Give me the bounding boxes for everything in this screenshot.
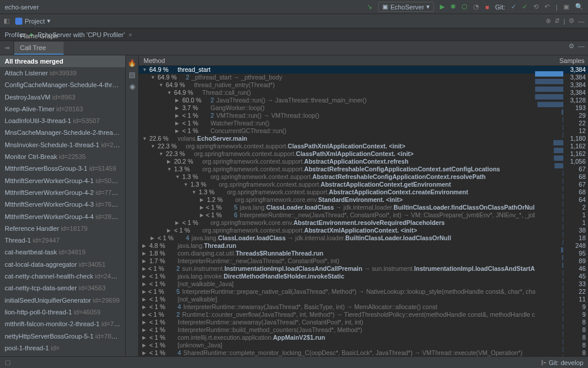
thread-row[interactable]: cat-netty-channel-health-check id=24839: [0, 270, 125, 282]
expand-icon[interactable]: ⇵: [554, 17, 560, 25]
git-commit-icon[interactable]: ✓: [522, 3, 527, 11]
call-tree-row[interactable]: 1.8 %com.dianping.cat.util.Threads$Runna…: [139, 250, 588, 257]
call-tree-row[interactable]: < 1 %InterpreterRuntime::build_method_co…: [139, 326, 588, 334]
git-revert-icon[interactable]: ↶: [544, 3, 550, 11]
call-tree-row[interactable]: 20.2 %org.springframework.context.suppor…: [139, 158, 588, 165]
call-tree-row[interactable]: < 1 %[not_walkable_Java]33: [139, 280, 588, 288]
thread-row[interactable]: MnsInvoker-Schedule-1-thread-1 id=27651: [0, 139, 125, 151]
call-tree-row[interactable]: < 1 %2Runtime1::counter_overflow(JavaThr…: [139, 311, 588, 319]
call-tree-row[interactable]: < 1 %6InterpreterRuntime::_new(JavaThrea…: [139, 211, 588, 219]
thread-row[interactable]: pool-1-thread-1 id=: [0, 342, 125, 354]
call-tree-row[interactable]: 60.0 %2JavaThread::run() → JavaThread::t…: [139, 97, 588, 104]
target-icon[interactable]: ⊕: [546, 17, 551, 25]
git-history-icon[interactable]: ⟲: [533, 3, 539, 11]
run-anything-icon[interactable]: ▣: [563, 3, 569, 11]
thread-row[interactable]: MtthriftServerWorkerGroup-4-1 id=50891: [0, 175, 125, 187]
call-tree-row[interactable]: < 1 %2sun.instrument.InstrumentationImpl…: [139, 265, 588, 273]
call-tree-row[interactable]: 22.6 %volans.EchoServer.main1,180: [139, 135, 588, 142]
thread-row[interactable]: lion-http-poll-0-thread-1 id=46059: [0, 306, 125, 318]
show-hide-icon[interactable]: ◧: [4, 17, 9, 25]
call-tree-row[interactable]: < 1 %5InterpreterRuntime::prepare_native…: [139, 288, 588, 296]
call-tree-row[interactable]: < 1 %5java.lang.ClassLoader.loadClass → …: [139, 204, 588, 211]
thread-row[interactable]: cat-local-data-aggregator id=34051: [0, 258, 125, 270]
debug-icon[interactable]: ✱: [450, 3, 456, 11]
git-update-icon[interactable]: ✓: [511, 3, 516, 11]
thread-row[interactable]: cat-heartbeat-task id=34819: [0, 246, 125, 258]
threads-header[interactable]: All threads merged: [0, 55, 125, 67]
call-tree-row[interactable]: 1.2 %org.springframework.core.env.Standa…: [139, 196, 588, 204]
stop-icon[interactable]: ■: [485, 4, 489, 11]
toggle-panel-icon[interactable]: ⇥: [0, 41, 14, 55]
coverage-icon[interactable]: ⬡: [462, 3, 467, 11]
flame-icon[interactable]: 🔥: [128, 59, 136, 67]
call-tree-row[interactable]: 64.9 %Thread::call_run()3,384: [139, 89, 588, 97]
call-tree-row[interactable]: < 1 %org.springframework.core.env.Abstra…: [139, 219, 588, 227]
thread-row[interactable]: MtthriftServerWorkerGroup-4-3 id=76803: [0, 198, 125, 210]
thread-row[interactable]: MnsCacheManager-Schedule-2-thread-1 id=: [0, 127, 125, 138]
call-tree-row[interactable]: 3.7 %GangWorker::loop()193: [139, 104, 588, 112]
call-tree-row[interactable]: 64.9 %thread_native_entry(Thread*)3,384: [139, 81, 588, 89]
call-tree-row[interactable]: < 1 %2VMThread::run() → VMThread::loop()…: [139, 112, 588, 120]
vertical-toolbar: 🔥 ▤ ◉: [126, 55, 139, 356]
call-tree-row[interactable]: 1.3 %org.springframework.context.support…: [139, 181, 588, 188]
call-tree-row[interactable]: 64.9 %2_pthread_start → _pthread_body3,3…: [139, 74, 588, 81]
thread-row[interactable]: DestroyJavaVM id=8963: [0, 91, 125, 103]
thread-row[interactable]: mtthrift-falcon-monitor-2-thread-1 id=78…: [0, 318, 125, 330]
thread-row[interactable]: LoadInfoUtil-3-thread-1 id=53507: [0, 115, 125, 127]
git-branch[interactable]: Git: develop: [540, 359, 583, 366]
call-tree-row[interactable]: < 1 %4java.lang.ClassLoader.loadClass → …: [139, 234, 588, 242]
call-tree-row[interactable]: < 1 %4SharedRuntime::complete_monitor_lo…: [139, 349, 588, 356]
build-icon[interactable]: ↘: [367, 3, 372, 11]
header-method[interactable]: Method: [139, 57, 548, 64]
thread-row[interactable]: Attach Listener id=39939: [0, 67, 125, 79]
thread-row[interactable]: MtthriftServerWorkerGroup-4-4 id=28427: [0, 211, 125, 223]
call-tree-row[interactable]: < 1 %org.springframework.context.support…: [139, 227, 588, 234]
call-tree-row[interactable]: 1.3 %org.springframework.context.support…: [139, 188, 588, 196]
call-tree-row[interactable]: < 1 %[unknown_Java]8: [139, 342, 588, 349]
run-icon[interactable]: ▶: [440, 3, 445, 11]
gear-icon[interactable]: ⚙: [569, 42, 574, 50]
gear-icon[interactable]: ⚙: [569, 17, 574, 25]
thread-row[interactable]: Keep-Alive-Timer id=28163: [0, 103, 125, 115]
eye-icon[interactable]: ◉: [129, 82, 135, 91]
thread-row[interactable]: Thread-1 id=29447: [0, 234, 125, 246]
call-tree-row[interactable]: 1.3 %org.springframework.context.support…: [139, 173, 588, 181]
thread-row[interactable]: Reference Handler id=18179: [0, 223, 125, 234]
thread-row[interactable]: nettyHttpServerBossGroup-5-1 id=78083: [0, 330, 125, 342]
tab-flame-graph[interactable]: Flame Graph: [14, 30, 64, 42]
header-samples[interactable]: Samples: [548, 57, 588, 64]
tab-call-tree[interactable]: Call Tree: [14, 42, 64, 55]
call-tree-row[interactable]: 22.3 %org.springframework.context.suppor…: [139, 150, 588, 158]
thread-row[interactable]: ConfigCacheManager-Schedule-4-thread-1 i: [0, 79, 125, 91]
call-tree-row[interactable]: 4.8 %java.lang.Thread.run248: [139, 242, 588, 250]
status-left-icon[interactable]: ▢: [5, 359, 11, 366]
call-tree-row[interactable]: < 1 %InterpreterRuntime::anewarray(JavaT…: [139, 319, 588, 326]
call-tree-row[interactable]: 64.9 %thread_start3,384: [139, 66, 588, 74]
call-tree-row[interactable]: < 1 %4InterpreterRuntime::newarray(JavaT…: [139, 303, 588, 311]
close-icon[interactable]: ×: [128, 31, 132, 38]
search-icon[interactable]: 🔍: [575, 3, 583, 11]
thread-row[interactable]: MtthriftServerWorkerGroup-4-2 id=77571: [0, 187, 125, 198]
branch-icon: [540, 360, 546, 366]
hide-icon[interactable]: —: [578, 18, 584, 25]
call-tree-row[interactable]: 1.3 %org.springframework.context.support…: [139, 165, 588, 173]
call-tree-row[interactable]: 22.3 %org.springframework.context.suppor…: [139, 142, 588, 150]
profiler-tabs: ⇥ Flame GraphCall TreeMethod List: [0, 41, 588, 55]
project-selector[interactable]: Project ▾: [13, 16, 53, 26]
profile-icon[interactable]: ◔: [473, 3, 479, 11]
call-tree-row[interactable]: < 1 %java.lang.invoke.DirectMethodHandle…: [139, 273, 588, 280]
filter-icon[interactable]: ▤: [129, 71, 135, 79]
call-tree-row[interactable]: < 1 %[not_walkable]11: [139, 296, 588, 303]
call-tree-row[interactable]: < 1 %com.intellij.rt.execution.applicati…: [139, 334, 588, 342]
hide-icon[interactable]: —: [578, 42, 584, 50]
call-tree-row[interactable]: < 1 %WatcherThread::run()22: [139, 120, 588, 127]
threads-panel: All threads merged Attach Listener id=39…: [0, 55, 126, 356]
thread-row[interactable]: MtthriftServerBossGroup-3-1 id=51459: [0, 163, 125, 174]
thread-row[interactable]: Monitor Ctrl-Break id=22535: [0, 151, 125, 163]
call-tree-row[interactable]: 1.7 %InterpreterRuntime::_new(JavaThread…: [139, 257, 588, 265]
panel-tools: ⚙ —: [569, 42, 584, 50]
thread-row[interactable]: cat-netty-tcp-data-sender id=34563: [0, 282, 125, 294]
run-config-selector[interactable]: ▣ EchoServer ▾: [378, 2, 434, 12]
call-tree-row[interactable]: < 1 %ConcurrentGCThread::run()12: [139, 127, 588, 135]
thread-row[interactable]: initialSeedUniquifierGenerator id=29699: [0, 294, 125, 306]
